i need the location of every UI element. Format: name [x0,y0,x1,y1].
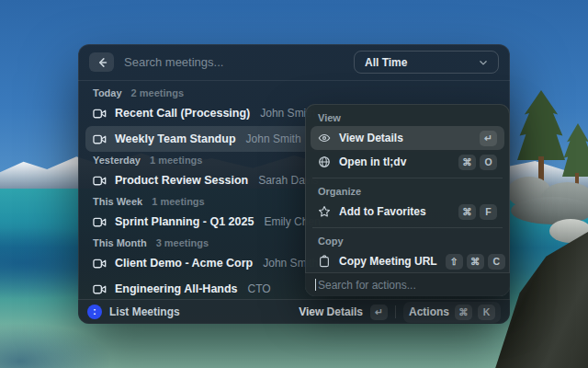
shortcut-keys: ⇧ ⌘ C [446,254,505,270]
meeting-title: Weekly Team Standup [115,132,236,145]
star-icon [318,205,331,218]
actions-label: Actions [409,305,449,318]
f-key-badge: F [480,204,497,220]
menu-item-label: Copy Meeting URL [339,255,437,268]
meeting-title: Engineering All-Hands [115,282,238,295]
cmd-key-badge: ⌘ [455,305,472,320]
globe-icon [318,155,331,168]
c-key-badge: C [488,254,505,270]
search-bar: Search meetings... All Time [78,44,510,81]
action-search-input[interactable]: Search for actions... [305,272,510,296]
section-count: 1 meetings [150,155,202,166]
video-camera-icon [93,107,107,121]
status-bar-actions: View Details ↵ Actions ⌘ K [299,302,501,323]
time-filter-dropdown[interactable]: All Time [354,51,499,74]
menu-item-label: Add to Favorites [339,205,450,218]
menu-item-view-details[interactable]: View Details ↵ [311,126,504,150]
menu-item-copy-meeting-url[interactable]: Copy Meeting URL ⇧ ⌘ C [311,249,504,273]
shortcut-keys: ↵ [480,131,497,146]
menu-section-copy: Copy [311,232,504,249]
section-label: Yesterday [93,155,141,166]
menu-section-organize: Organize [311,182,504,200]
shortcut-keys: ⌘ F [458,204,497,220]
video-camera-icon [93,132,107,146]
shortcut-keys: ⌘ O [458,155,497,170]
section-label: This Week [93,196,142,207]
meeting-title: Client Demo - Acme Corp [115,257,253,270]
action-search-placeholder: Search for actions... [318,279,416,292]
meeting-person: John Smith [246,132,301,145]
k-key-badge: K [478,305,495,320]
divider [395,305,396,318]
back-button[interactable] [89,52,114,72]
arrow-left-icon [96,57,107,68]
meeting-person: CTO [248,282,271,295]
meeting-title: Sprint Planning - Q1 2025 [115,215,254,228]
cmd-key-badge: ⌘ [458,204,476,220]
section-label: Today [93,87,122,98]
clipboard-icon [318,255,331,268]
primary-action-button[interactable]: View Details [299,305,363,318]
status-bar: : List Meetings View Details ↵ Actions ⌘… [78,299,510,324]
app-logo-icon: : [87,305,102,319]
video-camera-icon [93,257,107,270]
return-key-badge: ↵ [370,305,388,320]
search-input[interactable]: Search meetings... [124,55,223,69]
menu-item-label: Open in tl;dv [339,155,450,168]
eye-icon [318,132,331,144]
section-label: This Month [93,237,147,248]
section-count: 2 meetings [131,87,184,98]
actions-button[interactable]: Actions ⌘ K [403,302,501,323]
o-key-badge: O [480,155,497,170]
divider [312,178,503,178]
chevron-down-icon [479,58,488,67]
video-camera-icon [93,174,107,188]
meeting-title: Recent Call (Processing) [115,107,250,120]
text-caret [315,279,316,291]
video-camera-icon [93,215,107,229]
command-name: List Meetings [109,305,180,318]
meeting-title: Product Review Session [115,174,248,187]
menu-item-label: View Details [339,132,471,144]
section-count: 3 meetings [156,237,209,248]
return-key-badge: ↵ [480,131,497,146]
menu-item-open-in-tldv[interactable]: Open in tl;dv ⌘ O [311,150,504,174]
cmd-key-badge: ⌘ [458,155,476,170]
menu-section-view: View [311,109,504,126]
divider [312,227,503,228]
wallpaper-deep-water-corner [0,324,110,368]
section-count: 1 meetings [152,196,204,207]
video-camera-icon [93,282,107,296]
section-header-today: Today 2 meetings [85,85,503,100]
menu-item-add-to-favorites[interactable]: Add to Favorites ⌘ F [311,200,504,224]
time-filter-value: All Time [365,56,407,69]
shift-key-badge: ⇧ [446,254,463,270]
cmd-key-badge: ⌘ [467,254,484,270]
action-menu: View View Details ↵ Open in tl;dv ⌘ O Or… [305,104,510,296]
